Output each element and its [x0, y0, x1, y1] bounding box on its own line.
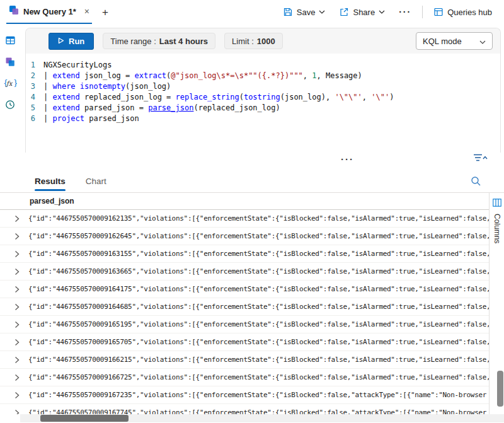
query-panel: Run Time range : Last 4 hours Limit : 10… [25, 28, 501, 153]
code-token: extend [52, 93, 79, 101]
column-header-parsed-json[interactable]: parsed_json [30, 197, 74, 206]
code-token: parsed_json [84, 114, 139, 123]
chevron-down-icon [379, 10, 385, 14]
editor-line[interactable]: 3| where isnotempty(json_log) [26, 81, 500, 92]
table-row[interactable]: {"id":"4467550570009165195","violations"… [0, 316, 489, 333]
code-token: tostring [244, 93, 280, 101]
code-token: parsed_json = [80, 103, 148, 112]
sample-queries-icon[interactable] [3, 55, 17, 68]
tab-results[interactable]: Results [35, 170, 66, 193]
horizontal-scrollbar[interactable] [20, 414, 495, 422]
line-number: 3 [26, 81, 43, 92]
save-icon [283, 7, 293, 17]
expand-chevron-icon[interactable] [14, 286, 20, 293]
code-token: isnotempty [80, 82, 125, 91]
editor-lines: 1NGXSecurityLogs2| extend json_log = ext… [26, 60, 500, 124]
table-row[interactable]: {"id":"4467550570009164175","violations"… [0, 281, 489, 298]
table-row[interactable]: {"id":"4467550570009163665","violations"… [0, 263, 489, 281]
table-row[interactable]: {"id":"4467550570009162135","violations"… [0, 210, 489, 228]
code-token: , [303, 71, 312, 80]
table-row[interactable]: {"id":"4467550570009162645","violations"… [0, 228, 489, 245]
time-range-button[interactable]: Time range : Last 4 hours [103, 33, 215, 49]
editor-line[interactable]: 6| project parsed_json [26, 113, 500, 124]
line-number: 5 [26, 103, 43, 113]
tables-icon[interactable] [3, 34, 17, 47]
table-row[interactable]: {"id":"4467550570009166725","violations"… [0, 369, 489, 386]
code-token: where [52, 82, 75, 91]
kql-mode-dropdown[interactable]: KQL mode [416, 32, 493, 50]
share-button[interactable]: Share [332, 7, 392, 17]
horizontal-scrollbar-thumb[interactable] [40, 415, 129, 422]
code-token: extract [135, 71, 167, 80]
editor-line[interactable]: 4| extend replaced_json_log = replace_st… [26, 92, 500, 103]
code-token: NGXSecurityLogs [43, 61, 112, 69]
play-icon [58, 37, 64, 46]
row-json-text: {"id":"4467550570009164175","violations"… [28, 285, 489, 293]
limit-label: Limit : [232, 37, 254, 46]
code-line: | where isnotempty(json_log) [43, 81, 171, 92]
expand-chevron-icon[interactable] [14, 409, 20, 415]
code-line: | extend parsed_json = parse_json(replac… [43, 103, 280, 113]
time-range-label: Time range : [110, 37, 156, 46]
save-label: Save [297, 8, 316, 17]
editor-line[interactable]: 5| extend parsed_json = parse_json(repla… [26, 103, 500, 113]
code-line: NGXSecurityLogs [43, 60, 112, 71]
limit-button[interactable]: Limit : 1000 [224, 33, 283, 49]
table-row[interactable]: {"id":"4467550570009166215","violations"… [0, 351, 489, 369]
tab-chart[interactable]: Chart [86, 170, 106, 193]
topbar-actions: Save Share ··· [276, 6, 499, 18]
table-row[interactable]: {"id":"4467550570009167235","violations"… [0, 386, 489, 404]
row-json-text: {"id":"4467550570009162135","violations"… [28, 214, 489, 223]
code-token: | [43, 93, 52, 101]
table-row[interactable]: {"id":"4467550570009165705","violations"… [0, 333, 489, 351]
run-button[interactable]: Run [49, 33, 94, 50]
query-tab[interactable]: New Query 1* × [6, 0, 92, 24]
row-json-text: {"id":"4467550570009163155","violations"… [28, 250, 489, 258]
queries-hub-button[interactable]: Queries hub [427, 7, 499, 17]
query-history-icon[interactable] [3, 98, 17, 111]
expand-chevron-icon[interactable] [14, 339, 20, 346]
share-icon [339, 7, 349, 17]
code-token: extend [52, 103, 79, 112]
topbar-divider [422, 6, 423, 18]
code-token: , [362, 93, 371, 101]
code-token: json_log = [80, 71, 135, 80]
more-button[interactable]: ··· [392, 7, 418, 17]
table-row[interactable]: {"id":"4467550570009167745","violations"… [0, 404, 489, 414]
expand-chevron-icon[interactable] [14, 268, 20, 275]
functions-icon[interactable]: { ƒx } [3, 77, 17, 90]
expand-chevron-icon[interactable] [14, 250, 20, 258]
vertical-scrollbar-thumb[interactable] [497, 371, 503, 407]
row-json-text: {"id":"4467550570009164685","violations"… [28, 303, 489, 311]
table-row[interactable]: {"id":"4467550570009163155","violations"… [0, 245, 489, 263]
query-editor[interactable]: 1NGXSecurityLogs2| extend json_log = ext… [26, 54, 500, 124]
expand-chevron-icon[interactable] [14, 374, 20, 381]
vertical-scrollbar[interactable] [496, 193, 504, 414]
expand-chevron-icon[interactable] [14, 356, 20, 364]
save-button[interactable]: Save [276, 7, 333, 17]
close-icon[interactable]: × [84, 6, 89, 16]
code-token: '\"\"' [335, 93, 362, 101]
expand-chevron-icon[interactable] [14, 303, 20, 311]
svg-text:}: } [13, 79, 17, 88]
table-row[interactable]: {"id":"4467550570009164685","violations"… [0, 298, 489, 316]
results-section: Results Chart parsed_json {"id":"4467550… [0, 170, 504, 423]
code-token: | [43, 71, 52, 80]
code-token: | [43, 82, 52, 91]
splitter-handle[interactable]: ··· [341, 154, 354, 165]
line-number: 2 [26, 71, 43, 81]
editor-line[interactable]: 1NGXSecurityLogs [26, 60, 500, 71]
collapse-editor-icon[interactable] [472, 153, 488, 165]
expand-chevron-icon[interactable] [14, 321, 20, 328]
new-tab-button[interactable]: + [102, 7, 108, 18]
code-token: (replaced_json_log) [193, 103, 280, 112]
editor-line[interactable]: 2| extend json_log = extract(@"json_log\… [26, 71, 500, 81]
line-number: 4 [26, 92, 43, 103]
expand-chevron-icon[interactable] [14, 215, 20, 223]
queries-hub-label: Queries hub [447, 8, 492, 17]
expand-chevron-icon[interactable] [14, 391, 20, 399]
code-token: ( [239, 93, 244, 101]
search-icon[interactable] [471, 176, 481, 187]
code-token: extend [52, 71, 79, 80]
expand-chevron-icon[interactable] [14, 233, 20, 240]
